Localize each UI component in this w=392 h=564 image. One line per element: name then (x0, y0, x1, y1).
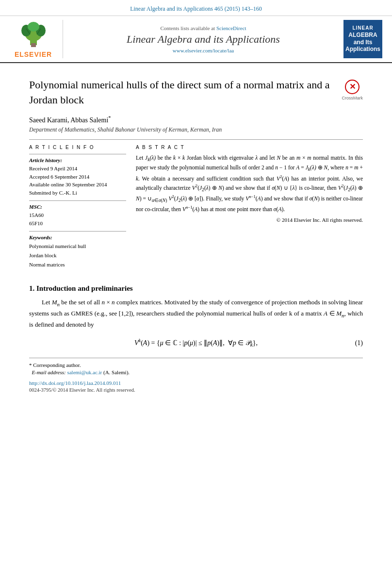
contents-available-line: Contents lists available at ScienceDirec… (160, 25, 246, 31)
doi-link[interactable]: http://dx.doi.org/10.1016/j.laa.2014.09.… (29, 380, 121, 386)
authors-line: Saeed Karami, Abbas Salemi* (29, 116, 363, 125)
abstract-header: A B S T R A C T (136, 145, 363, 150)
msc-label: MSC: (29, 204, 126, 210)
bottom-links: http://dx.doi.org/10.1016/j.laa.2014.09.… (29, 380, 363, 386)
keyword1: Polynomial numerical hull (29, 242, 126, 251)
copyright-bottom: 0024-3795/© 2014 Elsevier Inc. All right… (29, 387, 363, 393)
journal-center-block: Contents lists available at ScienceDirec… (69, 20, 338, 58)
svg-rect-5 (31, 43, 36, 47)
abstract-text: Let Jk(λ) be the k × k Jordan block with… (136, 154, 363, 214)
keywords-block: Keywords: Polynomial numerical hull Jord… (29, 231, 126, 269)
formula1-block: Vk(A) = {μ ∈ ℂ : |p(μ)| ≤ ‖p(A)‖, ∀p ∈ 𝒫… (29, 338, 363, 348)
journal-header: ELSEVIER Contents lists available at Sci… (0, 16, 392, 63)
formula1-wrapper: Vk(A) = {μ ∈ ℂ : |p(μ)| ≤ ‖p(A)‖, ∀p ∈ 𝒫… (29, 338, 363, 348)
footnote-section: * Corresponding author. E-mail address: … (29, 358, 363, 375)
crossmark-icon: ✕ (345, 80, 359, 94)
formula1-content: Vk(A) = {μ ∈ ℂ : |p(μ)| ≤ ‖p(A)‖, ∀p ∈ 𝒫… (96, 338, 296, 348)
elsevier-logo: ELSEVIER (10, 20, 63, 58)
crossmark-block: ✕ CrossMark (342, 80, 363, 101)
article-history-block: Article history: Received 9 April 2014 A… (29, 154, 126, 197)
email-note: E-mail address: salemi@uk.ac.ir (A. Sale… (29, 369, 363, 375)
formula1-number: (1) (296, 339, 363, 347)
received-row: Received 9 April 2014 (29, 165, 126, 173)
corresponding-label: * Corresponding author. (29, 362, 81, 368)
badge-line1: LINEAR (352, 25, 373, 31)
section1-para1: Let Mn be the set of all n × n complex m… (29, 298, 363, 330)
svg-point-4 (28, 22, 39, 32)
email-suffix: (A. Salemi). (103, 369, 130, 375)
journal-citation-bar: Linear Algebra and its Applications 465 … (0, 0, 392, 16)
contents-text: Contents lists available at (160, 25, 215, 31)
header-divider (29, 139, 363, 140)
article-info-header: A R T I C L E I N F O (29, 145, 126, 150)
author-names: Saeed Karami, Abbas Salemi* (29, 116, 111, 124)
submitted-row: Submitted by C.-K. Li (29, 189, 126, 197)
corresponding-author-note: * Corresponding author. (29, 362, 363, 368)
msc2-row: 65F10 (29, 219, 126, 228)
two-col-block: A R T I C L E I N F O Article history: R… (29, 145, 363, 273)
accepted-row: Accepted 6 September 2014 (29, 173, 126, 181)
msc-block: MSC: 15A60 65F10 (29, 200, 126, 227)
sciencedirect-link[interactable]: ScienceDirect (216, 25, 246, 31)
email-label: E-mail address: (32, 369, 66, 375)
article-info-col: A R T I C L E I N F O Article history: R… (29, 145, 126, 273)
paper-title-text: Polynomial numerical hulls of the direct… (29, 78, 337, 108)
crossmark-label: CrossMark (342, 95, 363, 101)
keyword3: Normal matrices (29, 260, 126, 269)
badge-title: ALGEBRAand ItsApplications (345, 32, 380, 52)
available-row: Available online 30 September 2014 (29, 181, 126, 189)
abstract-copyright: © 2014 Elsevier Inc. All rights reserved… (136, 217, 363, 223)
abstract-col: A B S T R A C T Let Jk(λ) be the k × k J… (136, 145, 363, 273)
msc1-row: 15A60 (29, 211, 126, 219)
main-content: Polynomial numerical hulls of the direct… (0, 63, 392, 402)
email-link[interactable]: salemi@uk.ac.ir (67, 369, 102, 375)
journal-title: Linear Algebra and its Applications (127, 33, 280, 46)
journal-url: www.elsevier.com/locate/laa (173, 48, 234, 53)
affiliation-line: Department of Mathematics, Shahid Bahona… (29, 126, 363, 133)
paper-title-block: Polynomial numerical hulls of the direct… (29, 78, 363, 108)
journal-citation-link[interactable]: Linear Algebra and its Applications 465 … (130, 5, 262, 12)
keyword2: Jordan block (29, 251, 126, 260)
elsevier-tree-icon (12, 20, 55, 49)
history-label: Article history: (29, 157, 126, 163)
elsevier-brand-name: ELSEVIER (15, 50, 52, 58)
journal-badge: LINEAR ALGEBRAand ItsApplications (343, 20, 382, 58)
keywords-label: Keywords: (29, 234, 126, 240)
section1-title: 1. Introduction and preliminaries (29, 284, 363, 293)
